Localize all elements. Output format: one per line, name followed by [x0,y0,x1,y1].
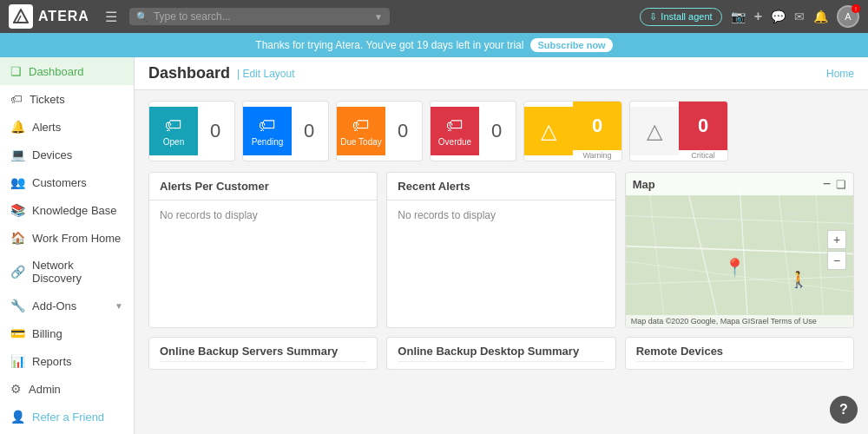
billing-icon: 💳 [10,326,25,340]
sidebar-item-knowledge-base[interactable]: 📚 Knowledge Base [0,196,134,224]
map-panel: Map − ❏ [625,172,854,328]
tag-icon: 🏷 [165,115,182,135]
stat-card-due-today: 🏷 Due Today 0 [336,101,423,161]
navbar: ATERA ☰ 🔍 ▼ ⇩ Install agent 📷 + 💬 ✉ 🔔 A … [0,0,868,33]
edit-layout-link[interactable]: | Edit Layout [237,68,295,80]
sidebar-item-label: Reports [32,355,72,368]
bottom-sections-row: Online Backup Servers Summary Online Bac… [148,337,854,370]
sidebar-item-label: Add-Ons [32,299,76,312]
stat-card-open: 🏷 Open 0 [148,101,235,161]
sidebar-item-label: Customers [32,176,87,189]
alerts-icon: 🔔 [10,120,25,134]
map-pin-orange: 🚶 [789,270,808,289]
sidebar-item-label: Devices [32,148,72,161]
backup-desktop-panel: Online Backup Desktop Summary [386,337,615,370]
logo: ATERA [9,4,89,29]
map-panel-header: Map − ❏ [626,173,853,195]
email-icon[interactable]: ✉ [794,10,805,23]
alerts-per-customer-header: Alerts Per Customer [149,173,377,201]
map-controls: − ❏ [823,176,846,192]
alerts-per-customer-panel: Alerts Per Customer No records to displa… [148,172,378,328]
customers-icon: 👥 [10,175,25,189]
sidebar-item-devices[interactable]: 💻 Devices [0,141,134,168]
tag-icon: 🏷 [446,115,464,135]
devices-icon: 💻 [10,148,25,161]
sidebar-item-alerts[interactable]: 🔔 Alerts [0,113,134,141]
bell-icon[interactable]: 🔔 [813,10,828,23]
plus-icon[interactable]: + [754,9,762,24]
sidebar-item-label: Network Discovery [32,259,123,285]
map-minus-button[interactable]: − [823,176,831,192]
backup-desktop-title: Online Backup Desktop Summary [398,345,604,362]
navbar-right: ⇩ Install agent 📷 + 💬 ✉ 🔔 A ! [640,5,859,28]
critical-label: Critical [687,150,719,161]
sidebar-item-admin[interactable]: ⚙ Admin [0,375,134,403]
add-ons-icon: 🔧 [10,299,25,312]
sidebar-item-label: Dashboard [29,65,84,78]
backup-servers-title: Online Backup Servers Summary [160,345,366,362]
home-link[interactable]: Home [826,68,854,80]
sidebar-footer: ✓ Get started 2 [0,431,134,434]
search-input[interactable] [154,10,369,23]
camera-icon[interactable]: 📷 [731,10,746,23]
hamburger-icon[interactable]: ☰ [105,9,117,25]
page-title: Dashboard [148,64,230,82]
main-layout: ❏ Dashboard 🏷 Tickets 🔔 Alerts 💻 Devices… [0,57,868,434]
knowledge-base-icon: 📚 [10,203,25,217]
help-button[interactable]: ? [830,396,858,424]
subscribe-button[interactable]: Subscribe now [530,38,612,52]
sidebar-item-work-from-home[interactable]: 🏠 Work From Home [0,224,134,252]
sidebar-item-label: Billing [32,327,62,340]
open-stat-icon: 🏷 Open [149,107,198,155]
sidebar: ❏ Dashboard 🏷 Tickets 🔔 Alerts 💻 Devices… [0,57,135,434]
map-background: 📍 🚶 [626,173,853,327]
sidebar-item-reports[interactable]: 📊 Reports [0,347,134,375]
install-agent-button[interactable]: ⇩ Install agent [640,8,721,26]
map-footer: Map data ©2020 Google, Mapa GISrael Term… [626,315,853,327]
search-icon: 🔍 [136,11,148,23]
tag-icon: 🏷 [259,115,276,135]
sidebar-item-label: Knowledge Base [32,204,117,217]
logo-text: ATERA [38,9,89,24]
map-svg [626,173,853,327]
trial-message: Thanks for trying Atera. You've got 19 d… [255,39,523,51]
avatar[interactable]: A ! [837,5,859,28]
download-icon: ⇩ [649,11,657,23]
sidebar-item-dashboard[interactable]: ❏ Dashboard [0,57,134,85]
content-header-left: Dashboard | Edit Layout [148,64,295,82]
warning-triangle-icon: △ [541,119,556,143]
sidebar-item-tickets[interactable]: 🏷 Tickets [0,85,134,113]
remote-devices-panel: Remote Devices [625,337,854,370]
work-from-home-icon: 🏠 [10,231,25,245]
sidebar-item-label: Admin [29,383,61,396]
recent-alerts-header: Recent Alerts [387,173,615,201]
sidebar-item-add-ons[interactable]: 🔧 Add-Ons ▼ [0,292,134,319]
sidebar-item-billing[interactable]: 💳 Billing [0,319,134,347]
chevron-down-icon: ▼ [374,12,383,22]
chat-icon[interactable]: 💬 [771,10,786,23]
map-zoom-out-button[interactable]: − [827,251,846,270]
recent-alerts-panel: Recent Alerts No records to display [386,172,615,328]
sidebar-item-customers[interactable]: 👥 Customers [0,168,134,196]
sidebar-item-refer-a-friend[interactable]: 👤 Refer a Friend [0,403,134,431]
sidebar-item-label: Work From Home [32,232,121,245]
stats-row: 🏷 Open 0 🏷 Pending 0 [148,101,854,161]
critical-stat-count: 0 [679,102,727,150]
trial-banner: Thanks for trying Atera. You've got 19 d… [0,33,868,57]
critical-alert-icon: △ [630,107,679,155]
chevron-down-icon: ▼ [115,301,123,311]
critical-triangle-icon: △ [647,119,662,143]
search-bar[interactable]: 🔍 ▼ [129,8,390,25]
logo-icon [9,4,33,29]
map-expand-icon[interactable]: ❏ [836,178,846,191]
sidebar-item-network-discovery[interactable]: 🔗 Network Discovery [0,252,134,292]
map-zoom-controls: + − [827,230,846,270]
stat-card-critical: △ 0 Critical [629,101,728,161]
admin-icon: ⚙ [10,382,22,396]
pending-stat-count: 0 [292,120,326,142]
map-zoom-in-button[interactable]: + [827,230,846,249]
stat-card-pending: 🏷 Pending 0 [242,101,329,161]
map-pin-red: 📍 [724,257,746,278]
sidebar-item-label: Tickets [30,93,65,106]
overdue-stat-icon: 🏷 Overdue [431,107,479,155]
